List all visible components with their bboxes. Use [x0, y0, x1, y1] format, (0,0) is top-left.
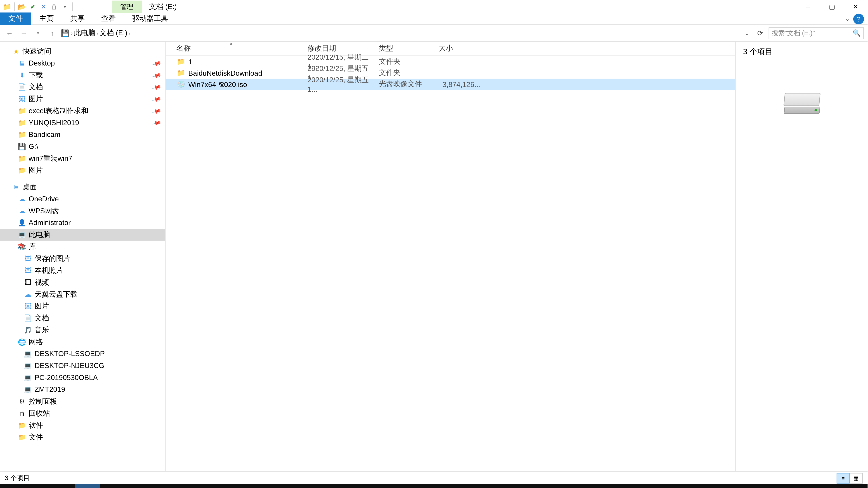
tree-item[interactable]: 🖼本机照片 — [0, 264, 165, 276]
help-icon[interactable]: ? — [853, 13, 864, 24]
notification-button[interactable]: 💬3 — [850, 487, 864, 488]
tree-item[interactable]: 💻PC-20190530OBLA — [0, 372, 165, 384]
folder-icon: 📁 — [18, 166, 26, 174]
nav-forward-button[interactable]: → — [18, 29, 30, 37]
task-view-button[interactable]: ⧉ — [50, 484, 75, 488]
details-pane: 3 个项目 — [735, 42, 868, 471]
tree-item[interactable]: 📄文档 — [0, 312, 165, 324]
pictures-icon: 🖼 — [18, 95, 26, 103]
user-icon: 👤 — [18, 219, 26, 227]
chevron-right-icon[interactable]: › — [96, 30, 98, 36]
tree-item[interactable]: 🎞视频 — [0, 276, 165, 288]
column-type[interactable]: 类型 — [379, 43, 438, 54]
tree-quick-access[interactable]: ★快速访问 — [0, 45, 165, 57]
tree-item[interactable]: 🖼保存的图片 — [0, 253, 165, 265]
file-row-selected[interactable]: 💿 Win7x64_2020.iso 2020/12/25, 星期五 1... … — [166, 78, 735, 90]
column-name[interactable]: 名称▴ — [176, 43, 307, 54]
tree-libraries[interactable]: 📚库 — [0, 240, 165, 253]
tree-item[interactable]: ☁天翼云盘下载 — [0, 288, 165, 300]
pictures-icon: 🖼 — [24, 302, 32, 310]
tree-recycle-bin[interactable]: 🗑回收站 — [0, 408, 165, 419]
breadcrumb-dropdown-icon[interactable]: ⌄ — [745, 30, 749, 36]
search-icon[interactable]: 🔍 — [852, 29, 861, 37]
folder-icon: 📁 — [176, 58, 186, 66]
tree-item[interactable]: 📄文档📌 — [0, 81, 165, 93]
tree-item[interactable]: 📁YUNQISHI2019📌 — [0, 117, 165, 129]
tree-item[interactable]: 💻DESKTOP-NJEU3CG — [0, 360, 165, 372]
pictures-icon: 🖼 — [24, 254, 32, 263]
nav-back-button[interactable]: ← — [4, 29, 16, 37]
tree-control-panel[interactable]: ⚙控制面板 — [0, 395, 165, 408]
tree-item[interactable]: 📁excel表格制作求和📌 — [0, 105, 165, 117]
tree-item[interactable]: 🎵音乐 — [0, 324, 165, 336]
tree-item[interactable]: 📁文件 — [0, 431, 165, 443]
tree-item[interactable]: ⬇下载📌 — [0, 69, 165, 81]
tree-network[interactable]: 🌐网络 — [0, 336, 165, 348]
tree-item[interactable]: ☁OneDrive — [0, 193, 165, 205]
breadcrumb[interactable]: 💾 › 此电脑 › 文档 (E:) › ⌄ — [61, 28, 752, 38]
status-item-count: 3 个项目 — [5, 474, 30, 483]
qat-check-icon[interactable]: ✔ — [28, 2, 37, 11]
address-bar: ← → ▾ ↑ 💾 › 此电脑 › 文档 (E:) › ⌄ ⟳ 搜索"文档 (E… — [0, 25, 868, 42]
tree-item[interactable]: 👤Administrator — [0, 217, 165, 229]
chevron-right-icon[interactable]: › — [71, 30, 73, 36]
view-details-button[interactable]: ≡ — [837, 473, 850, 483]
tree-item[interactable]: 📁Bandicam — [0, 129, 165, 140]
breadcrumb-drive[interactable]: 文档 (E:) — [99, 28, 127, 38]
tree-item[interactable]: 🖼图片📌 — [0, 93, 165, 105]
nav-recent-dropdown[interactable]: ▾ — [32, 30, 44, 36]
recycle-icon: 🗑 — [18, 409, 26, 418]
ribbon-expand-icon[interactable]: ⌄ — [841, 15, 853, 22]
qat-properties-icon[interactable]: 📂 — [17, 2, 27, 11]
tree-item[interactable]: 🖼图片 — [0, 300, 165, 312]
close-button[interactable]: ✕ — [844, 0, 868, 13]
document-icon: 📄 — [24, 314, 32, 322]
maximize-button[interactable]: ▢ — [820, 0, 844, 13]
folder-icon: 📁 — [18, 130, 26, 139]
ribbon-tab-home[interactable]: 主页 — [31, 12, 62, 25]
tree-item[interactable]: 💾G:\ — [0, 140, 165, 153]
clock[interactable]: 16:322020/12/25, 星期五 — [785, 487, 844, 488]
pc-icon: 💻 — [18, 230, 26, 239]
ribbon-tab-share[interactable]: 共享 — [62, 12, 93, 25]
search-button[interactable]: 🔍 — [25, 484, 50, 488]
pin-icon: 📌 — [152, 118, 161, 127]
ribbon-tab-drive-tools[interactable]: 驱动器工具 — [124, 12, 176, 25]
qat-dropdown-icon[interactable]: ▾ — [60, 2, 70, 11]
tree-item[interactable]: 💻ZMT2019 — [0, 384, 165, 396]
navigation-tree[interactable]: ★快速访问 🖥Desktop📌 ⬇下载📌 📄文档📌 🖼图片📌 📁excel表格制… — [0, 42, 166, 471]
qat-delete-icon[interactable]: 🗑 — [50, 2, 59, 11]
onedrive-icon: ☁ — [18, 195, 26, 203]
column-size[interactable]: 大小 — [438, 43, 480, 54]
file-list[interactable]: 名称▴ 修改日期 类型 大小 📁 1 2020/12/15, 星期二 1... … — [166, 42, 735, 471]
qat-close-icon[interactable]: ✕ — [39, 2, 48, 11]
ribbon: 文件 主页 共享 查看 驱动器工具 ⌄ ? — [0, 13, 868, 25]
file-row[interactable]: 📁 1 2020/12/15, 星期二 1... 文件夹 — [166, 56, 735, 67]
start-button[interactable] — [0, 484, 25, 488]
column-date[interactable]: 修改日期 — [307, 43, 379, 54]
ribbon-tab-file[interactable]: 文件 — [0, 12, 31, 25]
window-title: 文档 (E:) — [142, 0, 184, 13]
tree-item[interactable]: 📁软件 — [0, 419, 165, 431]
breadcrumb-this-pc[interactable]: 此电脑 — [74, 28, 95, 38]
tree-item[interactable]: 📁win7重装win7 — [0, 153, 165, 164]
tree-item[interactable]: 💻DESKTOP-LSSOEDP — [0, 348, 165, 360]
nav-up-button[interactable]: ↑ — [46, 29, 59, 37]
ribbon-tab-view[interactable]: 查看 — [93, 12, 124, 25]
tree-desktop[interactable]: 🖥桌面 — [0, 181, 165, 193]
file-row[interactable]: 📁 BaiduNetdiskDownload 2020/12/25, 星期五 1… — [166, 67, 735, 78]
explorer-taskbar-button[interactable]: 📁 — [75, 484, 100, 488]
tree-item[interactable]: 📁图片 — [0, 164, 165, 176]
refresh-button[interactable]: ⟳ — [754, 29, 766, 37]
chevron-right-icon[interactable]: › — [129, 30, 130, 36]
contextual-tab-manage: 管理 — [112, 0, 142, 13]
search-input[interactable]: 搜索"文档 (E:)" 🔍 — [769, 27, 864, 39]
view-thumbnails-button[interactable]: ▦ — [850, 473, 863, 483]
minimize-button[interactable]: ─ — [796, 0, 820, 13]
disc-icon: 💿 — [176, 80, 186, 88]
tree-this-pc[interactable]: 💻此电脑 — [0, 229, 165, 240]
tree-item[interactable]: ☁WPS网盘 — [0, 205, 165, 217]
desktop-icon: 🖥 — [18, 59, 26, 67]
star-icon: ★ — [12, 47, 20, 55]
tree-item[interactable]: 🖥Desktop📌 — [0, 57, 165, 69]
